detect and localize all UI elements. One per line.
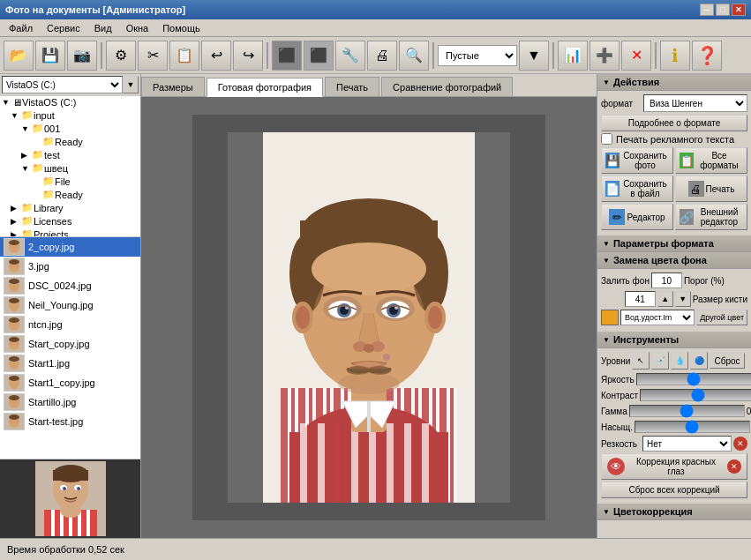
toolbar-redo[interactable]: ↪ xyxy=(233,41,263,71)
all-formats-btn[interactable]: 📋 Все форматы xyxy=(675,147,747,174)
toolbar-undo[interactable]: ↩ xyxy=(201,41,231,71)
drive-combo[interactable]: VistaOS (C:) xyxy=(2,76,123,93)
menu-view[interactable]: Вид xyxy=(89,21,117,35)
format-detail-btn[interactable]: Подробнее о формате xyxy=(601,115,747,131)
toolbar-tool3[interactable]: 🔧 xyxy=(335,41,365,71)
toolbar-scan[interactable]: 📷 xyxy=(67,41,97,71)
preset-select[interactable]: Пустые xyxy=(438,45,517,66)
file-item[interactable]: Start-test.jpg xyxy=(0,412,140,431)
tab-sizes[interactable]: Размеры xyxy=(141,77,205,96)
toolbar-add[interactable]: ➕ xyxy=(590,41,620,71)
color-select[interactable]: Вод.удост.Im xyxy=(620,310,695,325)
eyedrop3-tool[interactable]: 🔵 xyxy=(690,352,708,370)
brightness-slider[interactable] xyxy=(636,373,751,385)
toolbar-settings[interactable]: ⚙ xyxy=(106,41,136,71)
file-item[interactable]: Neil_Young.jpg xyxy=(0,295,140,315)
tree-label: input xyxy=(34,110,55,121)
drive-selector: VistaOS (C:) ▼ xyxy=(0,74,140,96)
color-swatch[interactable] xyxy=(601,310,619,325)
menu-service[interactable]: Сервис xyxy=(41,21,86,35)
brush-up-btn[interactable]: ▲ xyxy=(657,291,673,307)
svg-point-44 xyxy=(77,487,80,490)
file-thumbnail xyxy=(4,374,25,392)
eyedrop2-tool[interactable]: 💧 xyxy=(671,352,688,370)
save-file-btn[interactable]: 📄 Сохранить в файл xyxy=(601,175,673,202)
other-color-btn[interactable]: Другой цвет xyxy=(696,310,747,325)
red-eye-btn[interactable]: 👁 Коррекция красных глаз ✕ xyxy=(601,453,747,480)
ext-editor-btn[interactable]: 🔗 Внешний редактор xyxy=(675,204,747,230)
toolbar-preset-expand[interactable]: ▼ xyxy=(519,41,549,71)
format-select[interactable]: Виза Шенген xyxy=(643,94,747,112)
file-item[interactable]: Start1_copy.jpg xyxy=(0,373,140,392)
menu-windows[interactable]: Окна xyxy=(121,21,154,35)
tree-item-library[interactable]: ▶ 📁 Library xyxy=(0,201,140,214)
tree-item-vistac[interactable]: ▼ 🖥 VistaOS (C:) xyxy=(0,96,140,108)
save-photo-btn[interactable]: 💾 Сохранить фото xyxy=(601,147,673,174)
tree-item-shvets[interactable]: ▼ 📁 швец xyxy=(0,161,140,175)
color-corr-arrow: ▼ xyxy=(603,508,610,516)
tab-print[interactable]: Печать xyxy=(325,77,379,96)
svg-point-17 xyxy=(9,337,19,342)
tab-ready-photo[interactable]: Готовая фотография xyxy=(207,78,323,97)
toolbar-tool4[interactable]: 🖨 xyxy=(367,41,397,71)
saturation-slider[interactable] xyxy=(635,421,750,433)
brush-value[interactable] xyxy=(625,291,656,307)
tree-item-ready1[interactable]: 📁 Ready xyxy=(0,135,140,148)
tree-item-001[interactable]: ▼ 📁 001 xyxy=(0,122,140,135)
toolbar-rotate[interactable]: ⬛ xyxy=(272,41,302,71)
editor-btn[interactable]: ✏ Редактор xyxy=(601,204,673,230)
eyedrop1-tool[interactable]: 💉 xyxy=(651,352,669,370)
toolbar-paste[interactable]: 📋 xyxy=(169,41,199,71)
reset-all-btn[interactable]: Сброс всех коррекций xyxy=(601,482,747,498)
toolbar-extra1[interactable]: 📊 xyxy=(558,41,588,71)
expand-icon: ▼ xyxy=(2,98,12,107)
format-params-title: Параметры формата xyxy=(613,238,714,249)
tree-item-test[interactable]: ▶ 📁 test xyxy=(0,148,140,161)
sharpness-select[interactable]: Нет xyxy=(642,436,732,452)
print-btn[interactable]: 🖨 Печать xyxy=(675,175,747,202)
toolbar-gray[interactable]: ⬛ xyxy=(304,41,334,71)
tree-item-ready2[interactable]: 📁 Ready xyxy=(0,188,140,201)
menu-help[interactable]: Помощь xyxy=(157,21,206,35)
toolbar-help[interactable]: ❓ xyxy=(692,41,722,71)
toolbar-open[interactable]: 📂 xyxy=(4,41,34,71)
tab-compare[interactable]: Сравнение фотографий xyxy=(381,77,513,96)
brightness-row: Яркость 0 ✕ xyxy=(601,372,747,386)
sharpness-row: Резкость Нет ✕ xyxy=(601,436,747,452)
maximize-button[interactable]: □ xyxy=(716,4,730,16)
toolbar-save[interactable]: 💾 xyxy=(35,41,65,71)
toolbar-tool5[interactable]: 🔍 xyxy=(399,41,429,71)
file-item[interactable]: Startillo.jpg xyxy=(0,392,140,412)
gamma-slider[interactable] xyxy=(629,405,745,417)
tree-item-input[interactable]: ▼ 📁 input xyxy=(0,108,140,122)
tree-item-licenses[interactable]: ▶ 📁 Licenses xyxy=(0,214,140,228)
toolbar-info[interactable]: ℹ xyxy=(660,41,690,71)
toolbar-del[interactable]: ✕ xyxy=(621,41,651,71)
reset-levels-btn[interactable]: Сброс xyxy=(710,353,744,369)
file-item[interactable]: 2_copy.jpg xyxy=(0,237,140,257)
tree-label: File xyxy=(55,176,71,187)
file-name: Start1_copy.jpg xyxy=(28,377,95,388)
minimize-button[interactable]: ─ xyxy=(700,4,714,16)
tree-item-projects[interactable]: ▶ 📁 Projects xyxy=(0,228,140,237)
file-item[interactable]: Start1.jpg xyxy=(0,354,140,373)
print-ad-checkbox[interactable] xyxy=(601,133,612,145)
toolbar-cut[interactable]: ✂ xyxy=(138,41,168,71)
close-button[interactable]: ✕ xyxy=(732,4,746,16)
brush-down-btn[interactable]: ▼ xyxy=(675,291,691,307)
file-item[interactable]: DSC_0024.jpg xyxy=(0,276,140,295)
fill-value[interactable] xyxy=(651,273,682,288)
folder-icon: 📁 xyxy=(21,228,34,237)
contrast-slider[interactable] xyxy=(640,389,751,401)
tree-item-file[interactable]: 📁 File xyxy=(0,175,140,188)
file-item[interactable]: Start_copy.jpg xyxy=(0,334,140,354)
drive-expand-btn[interactable]: ▼ xyxy=(123,76,139,93)
cursor-tool[interactable]: ↖ xyxy=(632,352,650,370)
editor-pair: ✏ Редактор 🔗 Внешний редактор xyxy=(601,204,747,230)
file-item[interactable]: 3.jpg xyxy=(0,257,140,276)
tree-label: Library xyxy=(34,203,64,213)
file-name: Start_copy.jpg xyxy=(28,339,90,349)
sharpness-reset[interactable]: ✕ xyxy=(733,437,747,451)
file-item[interactable]: ntcn.jpg xyxy=(0,315,140,334)
menu-file[interactable]: Файл xyxy=(4,21,38,35)
